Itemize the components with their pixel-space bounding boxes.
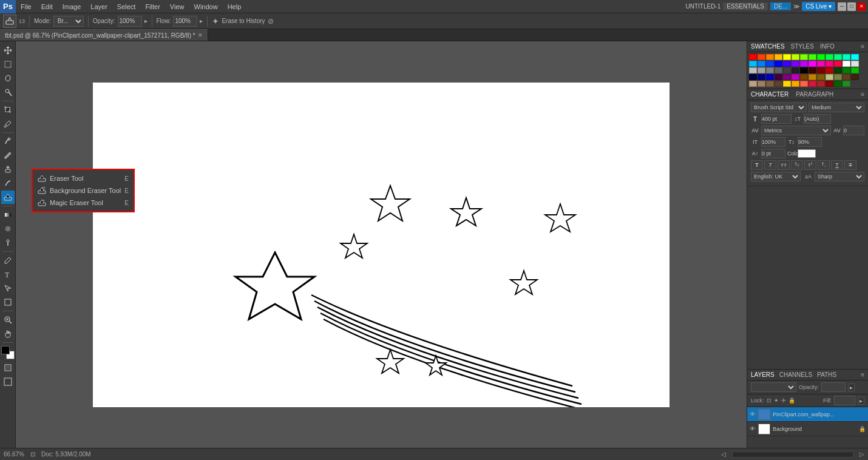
swatch-#00ff40[interactable]	[826, 54, 833, 60]
swatch-#000000[interactable]	[800, 67, 808, 73]
canvas-size-icon[interactable]: ⊡	[30, 451, 35, 458]
swatch-#80ff00[interactable]	[800, 54, 808, 60]
menu-image[interactable]: Image	[58, 0, 86, 13]
tab-swatches[interactable]: SWATCHES	[751, 43, 785, 50]
swatch-#ff4000[interactable]	[758, 54, 765, 60]
tab-styles[interactable]: STYLES	[791, 43, 814, 50]
swatch-#ff00ff[interactable]	[809, 61, 816, 67]
tool-dodge[interactable]	[1, 236, 15, 249]
menu-view[interactable]: View	[165, 0, 189, 13]
swatch-#800000[interactable]	[817, 67, 825, 73]
mode-select[interactable]: Br...	[53, 16, 84, 27]
swatch-#ffffff[interactable]	[843, 61, 850, 67]
cs-live-button[interactable]: CS Live ▾	[802, 2, 835, 11]
swatch-#bf00ff[interactable]	[800, 61, 808, 67]
subscript-button[interactable]: T↓	[818, 160, 830, 170]
swatch-#0000ff[interactable]	[775, 61, 782, 67]
swatch-#ff8000[interactable]	[766, 54, 774, 60]
swatch-#ff6347[interactable]	[800, 81, 808, 87]
swatch-#0040ff[interactable]	[766, 61, 774, 67]
tool-blur[interactable]	[1, 222, 15, 235]
opacity-increase-btn[interactable]: ▸	[848, 384, 855, 391]
swatch-#ffff00[interactable]	[783, 54, 791, 60]
tool-rectangular-marquee[interactable]	[1, 58, 15, 71]
tool-pen[interactable]	[1, 254, 15, 267]
tool-magic-wand[interactable]	[1, 86, 15, 99]
tracking-input[interactable]	[843, 126, 864, 135]
swatch-#00ff00[interactable]	[817, 54, 825, 60]
vscale-input[interactable]	[798, 137, 822, 147]
magic-eraser-tool-option[interactable]: Magic Eraser Tool E	[33, 197, 134, 209]
blend-mode-select[interactable]: Normal	[751, 382, 796, 392]
tool-screen-mode[interactable]	[1, 375, 15, 388]
underline-button[interactable]: T	[831, 160, 843, 170]
lock-transparent-icon[interactable]: ⊡	[767, 397, 771, 404]
swatch-#c0c0c0[interactable]	[749, 67, 757, 73]
tool-history-brush[interactable]	[1, 177, 15, 190]
swatch-#c0c080[interactable]	[826, 74, 833, 80]
swatch-#806040[interactable]	[766, 81, 774, 87]
maximize-button[interactable]: □	[847, 2, 856, 11]
tool-type[interactable]: T	[1, 268, 15, 281]
expand-icon[interactable]: ≫	[793, 3, 799, 10]
tool-path-select[interactable]	[1, 282, 15, 295]
swatch-#40ff00[interactable]	[809, 54, 816, 60]
swatch-#c08000[interactable]	[809, 74, 816, 80]
tab-close[interactable]: ✕	[198, 32, 203, 38]
superscript-button[interactable]: TT	[804, 160, 816, 170]
eraser-tool-icon[interactable]	[3, 15, 16, 28]
lock-all-icon[interactable]: 🔒	[788, 397, 795, 404]
swatch-#800080[interactable]	[783, 74, 791, 80]
tab-paths[interactable]: PATHS	[817, 371, 836, 378]
tool-spot-healing[interactable]	[1, 135, 15, 148]
tool-clone-stamp[interactable]	[1, 163, 15, 176]
flow-slider-btn[interactable]: ▸	[200, 18, 203, 24]
swatch-#ff0080[interactable]	[826, 61, 833, 67]
fill-increase-btn[interactable]: ▸	[858, 397, 864, 405]
character-panel-menu[interactable]: ≡	[861, 91, 864, 98]
workspace-essentials[interactable]: ESSENTIALS	[723, 2, 768, 10]
swatch-#0080ff[interactable]	[758, 61, 765, 67]
swatch-#ff00bf[interactable]	[817, 61, 825, 67]
swatch-#00ffbf[interactable]	[843, 54, 850, 60]
leading-input[interactable]	[804, 114, 831, 124]
swatch-#00ff80[interactable]	[834, 54, 842, 60]
swatch-#004000[interactable]	[834, 67, 842, 73]
tool-quick-mask[interactable]	[1, 361, 15, 374]
tab-channels[interactable]: CHANNELS	[779, 371, 812, 378]
fill-value-input[interactable]: 100%	[834, 396, 855, 405]
file-tab[interactable]: tbt.psd @ 66.7% (PinClipart.com_wallpape…	[0, 29, 208, 41]
bold-button[interactable]: T	[751, 160, 763, 170]
swatch-#4000ff[interactable]	[783, 61, 791, 67]
swatch-#e0e0e0[interactable]	[851, 61, 859, 67]
font-size-input[interactable]	[761, 114, 792, 124]
swatch-#ff0000[interactable]	[749, 54, 757, 60]
tool-brush[interactable]	[1, 149, 15, 162]
tool-crop[interactable]	[1, 103, 15, 117]
baseline-input[interactable]	[761, 149, 785, 158]
layer-0-visibility[interactable]: 👁	[750, 411, 756, 418]
lock-image-icon[interactable]: ✦	[774, 397, 779, 404]
tool-hand[interactable]	[1, 327, 15, 340]
tab-layers[interactable]: LAYERS	[751, 371, 775, 378]
foreground-color-chip[interactable]	[1, 346, 10, 354]
font-style-select[interactable]: Medium	[809, 103, 864, 112]
tool-shape[interactable]	[1, 296, 15, 309]
menu-help[interactable]: Help	[223, 0, 246, 13]
swatch-#ff0040[interactable]	[834, 61, 842, 67]
erase-history-icon[interactable]: ⊘	[268, 17, 274, 25]
close-button[interactable]: ✕	[857, 2, 866, 11]
tool-eyedropper[interactable]	[1, 117, 15, 130]
swatch-#8000ff[interactable]	[792, 61, 799, 67]
swatch-#ffbf00[interactable]	[775, 54, 782, 60]
swatch-#400000[interactable]	[809, 67, 816, 73]
opacity-value-input[interactable]: 100%	[821, 382, 846, 392]
swatch-#c00000[interactable]	[826, 67, 833, 73]
workspace-de[interactable]: DE...	[770, 2, 791, 10]
layer-1-visibility[interactable]: 👁	[750, 425, 756, 432]
swatch-#400040[interactable]	[775, 74, 782, 80]
strikethrough-button[interactable]: T	[844, 160, 856, 170]
layer-item-1[interactable]: 👁 Background 🔒	[747, 422, 868, 436]
tool-gradient[interactable]	[1, 208, 15, 222]
tool-move[interactable]	[1, 44, 15, 57]
